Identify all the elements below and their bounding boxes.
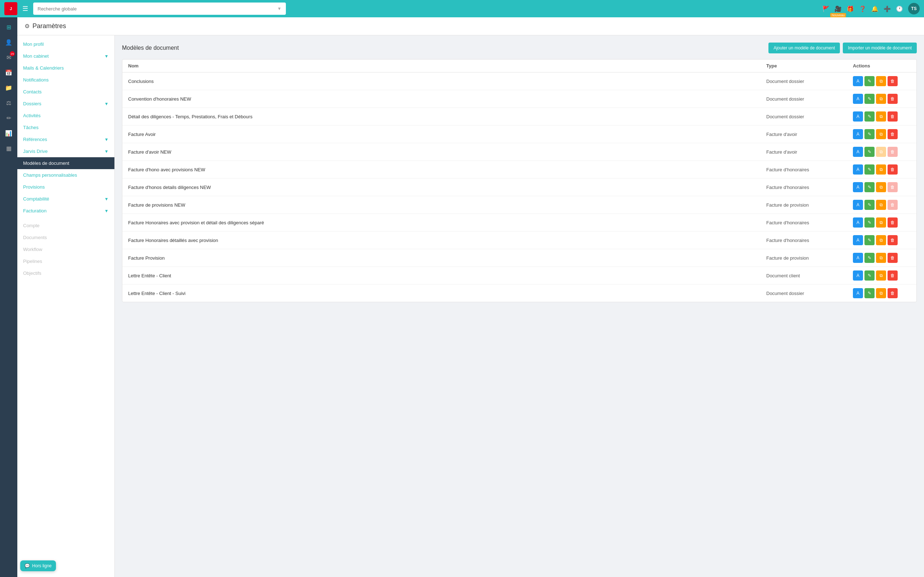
sidebar-item-contacts[interactable]: Contacts (17, 86, 115, 98)
action-delete-button[interactable]: 🗑 (888, 218, 898, 227)
sidebar-item-modeles-document[interactable]: Modèles de document (17, 157, 115, 169)
row-actions: A ✎ ⧉ 🗑 (853, 182, 911, 192)
action-edit-button[interactable]: ✎ (864, 129, 874, 139)
action-font-button[interactable]: A (853, 164, 863, 174)
action-copy-button[interactable]: ⧉ (876, 218, 886, 227)
action-edit-button[interactable]: ✎ (864, 94, 874, 104)
sidebar-item-taches[interactable]: Tâches (17, 121, 115, 134)
sidebar-item-comptabilite[interactable]: Comptabilité ▼ (17, 193, 115, 205)
topnav: J ☰ ▼ 🚩 🎥 Nouveau 🎁 ❓ 🔔 ➕ 🕐 TS (0, 0, 924, 17)
action-font-button[interactable]: A (853, 111, 863, 121)
action-delete-button[interactable]: 🗑 (888, 288, 898, 298)
action-delete-button[interactable]: 🗑 (888, 200, 898, 210)
action-delete-button[interactable]: 🗑 (888, 253, 898, 263)
sidebar-icon-grid[interactable]: ▦ (2, 141, 16, 155)
user-avatar[interactable]: TS (908, 3, 920, 15)
action-copy-button[interactable]: ⧉ (876, 129, 886, 139)
action-delete-button[interactable]: 🗑 (888, 235, 898, 245)
action-font-button[interactable]: A (853, 76, 863, 86)
action-font-button[interactable]: A (853, 288, 863, 298)
action-delete-button[interactable]: 🗑 (888, 94, 898, 104)
action-delete-button[interactable]: 🗑 (888, 76, 898, 86)
action-font-button[interactable]: A (853, 147, 863, 157)
action-copy-button[interactable]: ⧉ (876, 94, 886, 104)
action-delete-button[interactable]: 🗑 (888, 164, 898, 174)
action-delete-button[interactable]: 🗑 (888, 147, 898, 157)
action-delete-button[interactable]: 🗑 (888, 271, 898, 280)
arrow-icon: ▼ (104, 208, 109, 213)
notifications-icon[interactable]: 🔔 (871, 5, 879, 12)
action-font-button[interactable]: A (853, 200, 863, 210)
action-edit-button[interactable]: ✎ (864, 164, 874, 174)
action-edit-button[interactable]: ✎ (864, 182, 874, 192)
sidebar-item-mails-calendriers[interactable]: Mails & Calendriers (17, 62, 115, 74)
table-row: Convention d'honoraires NEW Document dos… (122, 90, 916, 108)
action-copy-button[interactable]: ⧉ (876, 271, 886, 280)
sidebar-icon-edit[interactable]: ✏ (2, 111, 16, 125)
action-copy-button[interactable]: ⧉ (876, 111, 886, 121)
action-copy-button[interactable]: ⧉ (876, 182, 886, 192)
sidebar-icon-contacts[interactable]: 👤 (2, 35, 16, 49)
action-edit-button[interactable]: ✎ (864, 111, 874, 121)
sidebar-item-jarvis-drive[interactable]: Jarvis Drive ▼ (17, 145, 115, 157)
gift-icon[interactable]: 🎁 (847, 5, 854, 12)
action-edit-button[interactable]: ✎ (864, 200, 874, 210)
action-edit-button[interactable]: ✎ (864, 76, 874, 86)
clock-icon[interactable]: 🕐 (896, 5, 903, 12)
action-edit-button[interactable]: ✎ (864, 147, 874, 157)
sidebar-item-notifications[interactable]: Notifications (17, 74, 115, 86)
sidebar-icon-stats[interactable]: 📊 (2, 126, 16, 140)
sidebar-icon-justice[interactable]: ⚖ (2, 96, 16, 110)
flag-icon[interactable]: 🚩 (822, 5, 829, 12)
action-font-button[interactable]: A (853, 129, 863, 139)
action-copy-button[interactable]: ⧉ (876, 235, 886, 245)
action-edit-button[interactable]: ✎ (864, 288, 874, 298)
action-delete-button[interactable]: 🗑 (888, 182, 898, 192)
search-input[interactable] (37, 6, 277, 11)
action-copy-button[interactable]: ⧉ (876, 288, 886, 298)
sidebar-item-facturation[interactable]: Facturation ▼ (17, 205, 115, 217)
action-edit-button[interactable]: ✎ (864, 235, 874, 245)
sidebar-icon-dashboard[interactable]: ⊞ (2, 20, 16, 34)
action-font-button[interactable]: A (853, 94, 863, 104)
action-copy-button[interactable]: ⧉ (876, 147, 886, 157)
action-copy-button[interactable]: ⧉ (876, 253, 886, 263)
sidebar-item-mon-profil[interactable]: Mon profil (17, 38, 115, 50)
hamburger-button[interactable]: ☰ (21, 3, 30, 14)
action-font-button[interactable]: A (853, 253, 863, 263)
action-edit-button[interactable]: ✎ (864, 253, 874, 263)
add-model-button[interactable]: Ajouter un modèle de document (769, 43, 840, 53)
sidebar-item-mon-cabinet[interactable]: Mon cabinet ▼ (17, 50, 115, 62)
sidebar-icon-calendar[interactable]: 📅 (2, 66, 16, 79)
inner-layout: Mon profil Mon cabinet ▼ Mails & Calendr… (17, 35, 924, 577)
chat-widget[interactable]: 💬 Hors ligne (20, 561, 56, 571)
content-area: ⚙ Paramètres Mon profil Mon cabinet ▼ Ma… (17, 17, 924, 577)
action-font-button[interactable]: A (853, 235, 863, 245)
page-title: Paramètres (32, 23, 66, 30)
arrow-icon: ▼ (104, 149, 109, 154)
action-edit-button[interactable]: ✎ (864, 218, 874, 227)
action-delete-button[interactable]: 🗑 (888, 129, 898, 139)
import-model-button[interactable]: Importer un modèle de document (843, 43, 917, 53)
video-icon[interactable]: 🎥 Nouveau (835, 5, 842, 12)
sidebar-item-activites[interactable]: Activités (17, 110, 115, 121)
action-font-button[interactable]: A (853, 271, 863, 280)
action-font-button[interactable]: A (853, 182, 863, 192)
sidebar-icon-dossiers[interactable]: 📁 (2, 81, 16, 95)
sidebar-icon-messages[interactable]: ✉ 29 (2, 50, 16, 64)
row-actions: A ✎ ⧉ 🗑 (853, 147, 911, 157)
action-copy-button[interactable]: ⧉ (876, 164, 886, 174)
sidebar-item-provisions[interactable]: Provisions (17, 181, 115, 193)
sidebar-item-references[interactable]: Références ▼ (17, 134, 115, 145)
help-icon[interactable]: ❓ (859, 5, 866, 12)
action-delete-button[interactable]: 🗑 (888, 111, 898, 121)
action-font-button[interactable]: A (853, 218, 863, 227)
action-copy-button[interactable]: ⧉ (876, 76, 886, 86)
add-icon[interactable]: ➕ (884, 5, 891, 12)
table-row: Facture Provision Facture de provision A… (122, 249, 916, 267)
sidebar-item-dossiers[interactable]: Dossiers ▼ (17, 98, 115, 110)
action-edit-button[interactable]: ✎ (864, 271, 874, 280)
row-actions: A ✎ ⧉ 🗑 (853, 271, 911, 280)
sidebar-item-champs-personnalisables[interactable]: Champs personnalisables (17, 169, 115, 181)
action-copy-button[interactable]: ⧉ (876, 200, 886, 210)
